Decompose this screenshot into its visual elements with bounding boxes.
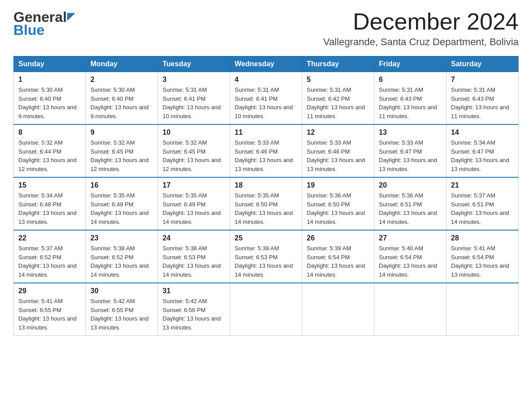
- calendar-cell: 30 Sunrise: 5:42 AMSunset: 6:55 PMDaylig…: [86, 283, 158, 336]
- calendar-cell: 20 Sunrise: 5:36 AMSunset: 6:51 PMDaylig…: [374, 177, 446, 230]
- day-info: Sunrise: 5:34 AMSunset: 6:47 PMDaylight:…: [451, 139, 509, 172]
- calendar-title-area: December 2024 Vallegrande, Santa Cruz De…: [323, 9, 519, 48]
- logo: General Blue: [13, 9, 75, 39]
- day-info: Sunrise: 5:34 AMSunset: 6:48 PMDaylight:…: [18, 192, 77, 225]
- day-number: 19: [307, 181, 369, 189]
- day-number: 16: [90, 181, 153, 189]
- calendar-cell: 23 Sunrise: 5:38 AMSunset: 6:52 PMDaylig…: [86, 230, 158, 283]
- day-info: Sunrise: 5:39 AMSunset: 6:54 PMDaylight:…: [307, 245, 365, 278]
- day-info: Sunrise: 5:35 AMSunset: 6:50 PMDaylight:…: [235, 192, 293, 225]
- day-header-sunday: Sunday: [14, 56, 86, 72]
- day-info: Sunrise: 5:41 AMSunset: 6:54 PMDaylight:…: [451, 245, 509, 278]
- calendar-cell: 3 Sunrise: 5:31 AMSunset: 6:41 PMDayligh…: [158, 72, 230, 125]
- days-of-week-row: SundayMondayTuesdayWednesdayThursdayFrid…: [14, 56, 519, 72]
- logo-triangle-icon: [67, 13, 75, 21]
- day-number: 17: [163, 181, 225, 189]
- day-info: Sunrise: 5:31 AMSunset: 6:42 PMDaylight:…: [307, 86, 365, 120]
- calendar-cell: 14 Sunrise: 5:34 AMSunset: 6:47 PMDaylig…: [446, 124, 519, 177]
- calendar-cell: 26 Sunrise: 5:39 AMSunset: 6:54 PMDaylig…: [302, 230, 374, 283]
- day-info: Sunrise: 5:41 AMSunset: 6:55 PMDaylight:…: [18, 298, 77, 331]
- calendar-cell: 29 Sunrise: 5:41 AMSunset: 6:55 PMDaylig…: [14, 283, 86, 336]
- day-header-wednesday: Wednesday: [230, 56, 302, 72]
- day-info: Sunrise: 5:30 AMSunset: 6:40 PMDaylight:…: [18, 86, 77, 120]
- location-subtitle: Vallegrande, Santa Cruz Department, Boli…: [323, 36, 519, 48]
- calendar-cell: [446, 283, 519, 336]
- day-info: Sunrise: 5:32 AMSunset: 6:44 PMDaylight:…: [18, 139, 77, 172]
- day-number: 7: [451, 76, 514, 84]
- calendar-cell: 1 Sunrise: 5:30 AMSunset: 6:40 PMDayligh…: [14, 72, 86, 125]
- day-info: Sunrise: 5:42 AMSunset: 6:56 PMDaylight:…: [163, 298, 221, 331]
- week-row-5: 29 Sunrise: 5:41 AMSunset: 6:55 PMDaylig…: [14, 283, 519, 336]
- day-header-tuesday: Tuesday: [158, 56, 230, 72]
- day-info: Sunrise: 5:33 AMSunset: 6:46 PMDaylight:…: [307, 139, 365, 172]
- day-info: Sunrise: 5:38 AMSunset: 6:53 PMDaylight:…: [163, 245, 221, 278]
- day-info: Sunrise: 5:37 AMSunset: 6:52 PMDaylight:…: [18, 245, 77, 278]
- day-number: 11: [235, 128, 297, 137]
- calendar-cell: [230, 283, 302, 336]
- day-info: Sunrise: 5:30 AMSunset: 6:40 PMDaylight:…: [90, 86, 149, 120]
- day-number: 8: [18, 128, 81, 137]
- week-row-3: 15 Sunrise: 5:34 AMSunset: 6:48 PMDaylig…: [14, 177, 519, 230]
- day-info: Sunrise: 5:35 AMSunset: 6:49 PMDaylight:…: [90, 192, 149, 225]
- day-info: Sunrise: 5:36 AMSunset: 6:51 PMDaylight:…: [379, 192, 437, 225]
- calendar-cell: 6 Sunrise: 5:31 AMSunset: 6:43 PMDayligh…: [374, 72, 446, 125]
- day-number: 30: [90, 287, 153, 295]
- calendar-cell: 16 Sunrise: 5:35 AMSunset: 6:49 PMDaylig…: [86, 177, 158, 230]
- day-header-thursday: Thursday: [302, 56, 374, 72]
- calendar-cell: 15 Sunrise: 5:34 AMSunset: 6:48 PMDaylig…: [14, 177, 86, 230]
- calendar-cell: 13 Sunrise: 5:33 AMSunset: 6:47 PMDaylig…: [374, 124, 446, 177]
- day-info: Sunrise: 5:32 AMSunset: 6:45 PMDaylight:…: [90, 139, 149, 172]
- day-info: Sunrise: 5:33 AMSunset: 6:46 PMDaylight:…: [235, 139, 293, 172]
- calendar-cell: 9 Sunrise: 5:32 AMSunset: 6:45 PMDayligh…: [86, 124, 158, 177]
- day-info: Sunrise: 5:33 AMSunset: 6:47 PMDaylight:…: [379, 139, 437, 172]
- day-info: Sunrise: 5:37 AMSunset: 6:51 PMDaylight:…: [451, 192, 509, 225]
- day-number: 22: [18, 234, 81, 242]
- calendar-cell: 31 Sunrise: 5:42 AMSunset: 6:56 PMDaylig…: [158, 283, 230, 336]
- day-number: 21: [451, 181, 514, 189]
- week-row-1: 1 Sunrise: 5:30 AMSunset: 6:40 PMDayligh…: [14, 72, 519, 125]
- calendar-cell: [302, 283, 374, 336]
- day-number: 1: [18, 76, 81, 84]
- calendar-cell: 12 Sunrise: 5:33 AMSunset: 6:46 PMDaylig…: [302, 124, 374, 177]
- day-info: Sunrise: 5:35 AMSunset: 6:49 PMDaylight:…: [163, 192, 221, 225]
- day-info: Sunrise: 5:36 AMSunset: 6:50 PMDaylight:…: [307, 192, 365, 225]
- day-header-monday: Monday: [86, 56, 158, 72]
- calendar-cell: 28 Sunrise: 5:41 AMSunset: 6:54 PMDaylig…: [446, 230, 519, 283]
- calendar-cell: 22 Sunrise: 5:37 AMSunset: 6:52 PMDaylig…: [14, 230, 86, 283]
- day-info: Sunrise: 5:39 AMSunset: 6:53 PMDaylight:…: [235, 245, 293, 278]
- calendar-cell: 2 Sunrise: 5:30 AMSunset: 6:40 PMDayligh…: [86, 72, 158, 125]
- day-info: Sunrise: 5:32 AMSunset: 6:45 PMDaylight:…: [163, 139, 221, 172]
- day-number: 5: [307, 76, 369, 84]
- day-number: 14: [451, 128, 514, 137]
- day-number: 29: [18, 287, 81, 295]
- logo-blue-text: Blue: [13, 22, 44, 38]
- week-row-2: 8 Sunrise: 5:32 AMSunset: 6:44 PMDayligh…: [14, 124, 519, 177]
- calendar-cell: 19 Sunrise: 5:36 AMSunset: 6:50 PMDaylig…: [302, 177, 374, 230]
- calendar-cell: 5 Sunrise: 5:31 AMSunset: 6:42 PMDayligh…: [302, 72, 374, 125]
- calendar-cell: 11 Sunrise: 5:33 AMSunset: 6:46 PMDaylig…: [230, 124, 302, 177]
- day-header-saturday: Saturday: [446, 56, 519, 72]
- calendar-cell: 24 Sunrise: 5:38 AMSunset: 6:53 PMDaylig…: [158, 230, 230, 283]
- calendar-cell: 25 Sunrise: 5:39 AMSunset: 6:53 PMDaylig…: [230, 230, 302, 283]
- day-number: 27: [379, 234, 442, 242]
- day-number: 26: [307, 234, 369, 242]
- day-info: Sunrise: 5:31 AMSunset: 6:41 PMDaylight:…: [235, 86, 293, 120]
- day-number: 6: [379, 76, 442, 84]
- day-number: 18: [235, 181, 297, 189]
- calendar-table: SundayMondayTuesdayWednesdayThursdayFrid…: [13, 56, 519, 336]
- day-number: 2: [90, 76, 153, 84]
- day-info: Sunrise: 5:31 AMSunset: 6:43 PMDaylight:…: [451, 86, 509, 120]
- day-number: 15: [18, 181, 81, 189]
- calendar-cell: 8 Sunrise: 5:32 AMSunset: 6:44 PMDayligh…: [14, 124, 86, 177]
- day-number: 24: [163, 234, 225, 242]
- day-info: Sunrise: 5:40 AMSunset: 6:54 PMDaylight:…: [379, 245, 437, 278]
- day-info: Sunrise: 5:31 AMSunset: 6:41 PMDaylight:…: [163, 86, 221, 120]
- calendar-cell: 21 Sunrise: 5:37 AMSunset: 6:51 PMDaylig…: [446, 177, 519, 230]
- day-number: 23: [90, 234, 153, 242]
- calendar-cell: 27 Sunrise: 5:40 AMSunset: 6:54 PMDaylig…: [374, 230, 446, 283]
- day-number: 13: [379, 128, 442, 137]
- day-number: 4: [235, 76, 297, 84]
- day-header-friday: Friday: [374, 56, 446, 72]
- calendar-cell: 4 Sunrise: 5:31 AMSunset: 6:41 PMDayligh…: [230, 72, 302, 125]
- day-info: Sunrise: 5:42 AMSunset: 6:55 PMDaylight:…: [90, 298, 149, 331]
